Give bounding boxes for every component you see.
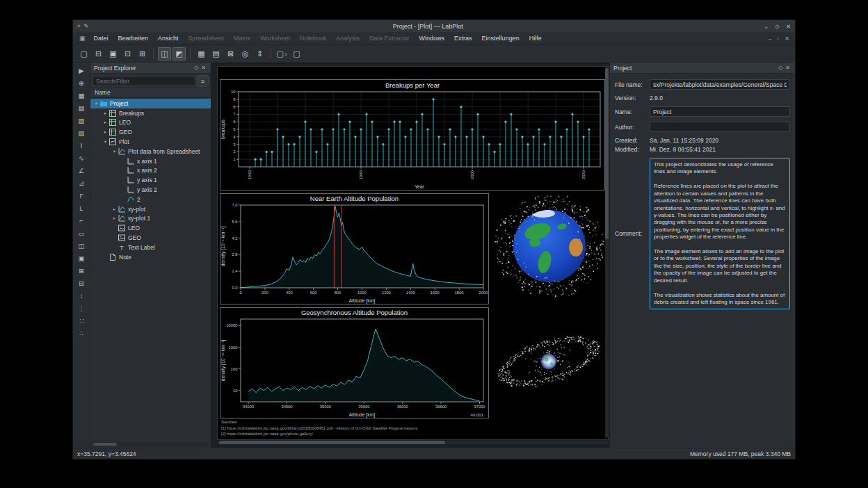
comment-field[interactable]: This project demonstrates the usage of r… [650,158,790,309]
tree-item-leo[interactable]: LEO [90,223,211,233]
explorer-hscrollbar[interactable] [93,442,209,446]
menu-ansicht[interactable]: Ansicht [153,33,184,43]
tree-item-breakups[interactable]: ▸Breakups [90,108,211,118]
tree-item-y-axis-1[interactable]: y axis 1 [90,175,211,185]
tree-item-xy-plot-1[interactable]: ▸xy-plot 1 [90,214,211,224]
add-grid-button[interactable]: ▦ [195,47,208,60]
expander-icon[interactable]: ▾ [102,139,108,145]
duplicate-button[interactable]: ▢ [290,47,303,60]
print-preview-button[interactable]: ⊞ [136,47,149,60]
add-xy-curve-icon[interactable]: ∿ [76,153,88,163]
sources-text-label[interactable]: Sources:[1] https://orbitaldebris.jsc.na… [221,419,417,437]
worksheet-vscrollbar[interactable] [605,67,609,438]
open-project-button[interactable]: ⊟ [92,47,105,60]
expander-icon[interactable]: ▸ [111,206,118,212]
snap-icon[interactable]: ∴ [76,328,88,339]
close-icon[interactable]: ✕ [786,23,791,30]
crosshair-icon[interactable]: ⊕ [76,78,88,88]
expander-icon[interactable]: ▾ [93,101,99,106]
edit-title-icon[interactable]: ✎ [84,23,89,29]
close-panel-icon[interactable]: ✕ [200,65,207,71]
add-label-icon[interactable]: ◫ [76,241,88,251]
origin-axes-plot-icon[interactable]: ▨ [76,128,88,138]
search-input[interactable] [93,76,195,86]
window-menu-icon[interactable]: ⌗ [77,23,81,30]
tree-column-header[interactable]: Name [90,88,211,98]
breakups-chart[interactable]: Breakups per Year12345678910196019802000… [220,79,605,190]
axis-corner-icon[interactable]: Γ [76,190,88,201]
add-equation-curve-icon[interactable]: ∠ [76,165,88,176]
zoom-select-button[interactable]: ⊠ [224,47,237,60]
navigate-mode-button[interactable]: ◩ [172,47,186,60]
tree-item-2[interactable]: 2 [90,195,211,204]
tree-item-project[interactable]: ▾Project [90,99,211,108]
menu-extras[interactable]: Extras [449,33,477,43]
tree-item-geo[interactable]: GEO [90,233,211,243]
project-explorer-header[interactable]: Project Explorer ◇ ✕ [90,63,211,74]
add-histogram-icon[interactable]: ⊿ [76,178,88,188]
zoom-y-region-icon[interactable]: ↕ [76,291,88,301]
tree-item-text-label[interactable]: TText Label [90,243,211,252]
new-project-button[interactable]: ▢ [77,47,90,60]
menu-datei[interactable]: Datei [89,33,113,43]
filter-options-icon[interactable]: ≡ [197,75,209,87]
menu-bearbeiten[interactable]: Bearbeiten [113,33,154,43]
tree-item-x-axis-1[interactable]: x axis 1 [90,156,211,166]
menu-windows[interactable]: Windows [415,33,450,43]
centered-axes-plot-icon[interactable]: ▧ [76,115,88,126]
worksheet-page[interactable]: Breakups per Year12345678910196019802000… [218,67,608,439]
mdi-minimize-icon[interactable]: – [766,35,774,42]
axis-left-icon[interactable]: L [76,203,88,213]
worksheet-hscrollbar[interactable] [218,441,608,444]
properties-header[interactable]: Project ◇ ✕ [610,63,795,74]
geosynchronous-chart[interactable]: Geosynchronous Altitude Population101001… [220,307,489,418]
select-edit-mode-button[interactable]: ◫ [158,47,171,60]
two-axes-plot-icon[interactable]: ▤ [76,103,88,113]
add-image-icon[interactable]: ▣ [76,253,88,263]
axis-bottom-icon[interactable]: ⌐ [76,215,88,226]
tree-item-plot-data-from-spreadsheet[interactable]: ▾Plot data from Spreadsheet [90,147,211,156]
geo-debris-image[interactable] [493,311,604,414]
author-field[interactable] [650,122,790,132]
save-project-button[interactable]: ▣ [106,47,120,60]
mdi-close-icon[interactable]: ✕ [782,35,792,42]
add-axis-icon[interactable]: Ⅰ [76,140,88,151]
expander-icon[interactable]: ▸ [102,129,108,135]
near-earth-chart[interactable]: Near Earth Altitude Population0.01.42.84… [220,193,489,304]
maximize-icon[interactable]: ◇ [775,23,780,30]
tree-item-y-axis-2[interactable]: y axis 2 [90,185,211,195]
expander-icon[interactable]: ▸ [102,111,108,116]
earth-debris-image[interactable] [495,195,604,299]
menu-einstellungen[interactable]: Einstellungen [477,33,524,43]
tree-item-note[interactable]: Note [90,252,211,262]
mdi-restore-icon[interactable]: ▫ [774,35,782,42]
tree-item-leo[interactable]: ▸LEO [90,118,211,128]
zoom-x-region-icon[interactable]: ⊟ [76,278,88,288]
float-panel-icon[interactable]: ◇ [777,65,784,71]
name-field[interactable] [650,106,790,117]
tree-item-plot[interactable]: ▾Plot [90,137,211,147]
close-panel-icon[interactable]: ✕ [784,65,791,71]
zoom-button[interactable]: ◎ [239,47,252,60]
title-bar[interactable]: ⌗ ✎ Project - [Plot] — LabPlot ⌄◇✕ [73,20,795,32]
menu-hilfe[interactable]: Hilfe [524,33,547,43]
tree-item-geo[interactable]: ▸GEO [90,127,211,137]
zoom-select-region-icon[interactable]: ⊞ [76,266,88,276]
four-axes-plot-icon[interactable]: ▦ [76,90,88,101]
fit-selection-button[interactable]: ⇕ [253,47,266,60]
print-button[interactable]: ⊡ [121,47,134,60]
export-button[interactable]: ▢∨ [275,47,289,60]
proportions-icon[interactable]: ∷ [76,316,88,326]
tree-item-xy-plot[interactable]: ▸xy-plot [90,204,211,214]
add-spreadsheet-button[interactable]: ▤ [209,47,223,60]
expander-icon[interactable]: ▸ [111,215,118,221]
expander-icon[interactable]: ▾ [111,149,118,154]
expander-icon[interactable]: ▸ [102,120,108,125]
add-legend-icon[interactable]: ▭ [76,228,88,238]
minimize-icon[interactable]: ⌄ [764,23,769,30]
more-tools-icon[interactable]: ⋮ [76,303,88,314]
tree-item-x-axis-2[interactable]: x axis 2 [90,166,211,176]
select-icon[interactable]: ▶ [76,65,88,76]
file-name-field[interactable] [650,79,790,90]
float-panel-icon[interactable]: ◇ [193,65,200,71]
